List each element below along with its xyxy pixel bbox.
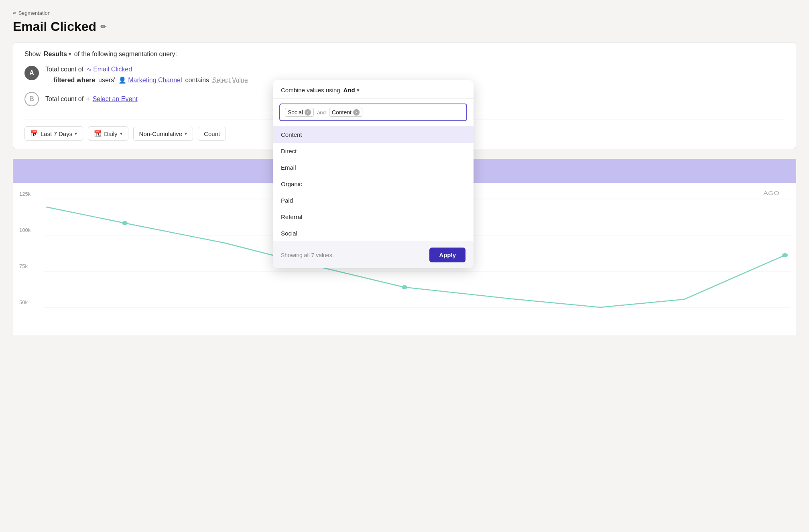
dropdown-overlay: Combine values using And ▾ Social × and …	[273, 80, 474, 268]
apply-button[interactable]: Apply	[429, 248, 465, 262]
add-event-text[interactable]: Select an Event	[93, 95, 138, 103]
date-range-chevron: ▾	[75, 131, 77, 136]
segment-a-label: A	[24, 66, 39, 80]
dropdown-item-email[interactable]: Email	[273, 159, 474, 176]
page-title-row: Email Clicked ✏	[13, 19, 796, 34]
dropdown-item-social[interactable]: Social	[273, 225, 474, 242]
tag-content-text: Content	[332, 109, 352, 116]
breadcrumb: ≈ Segmentation	[13, 10, 796, 16]
combine-using-label: Combine values using	[281, 87, 340, 93]
dropdown-item-referral[interactable]: Referral	[273, 209, 474, 225]
interval-label: Daily	[104, 130, 117, 137]
date-range-button[interactable]: 📅 Last 7 Days ▾	[24, 126, 83, 141]
dropdown-header: Combine values using And ▾	[273, 80, 474, 99]
ago-label: AGO	[763, 190, 779, 196]
prop-name: Marketing Channel	[128, 77, 182, 84]
tag-content-remove[interactable]: ×	[353, 109, 360, 116]
event-name-a: Email Clicked	[93, 66, 132, 73]
results-dropdown[interactable]: Results ▾	[44, 51, 71, 58]
combine-value: And	[344, 87, 355, 93]
metric-label: Count	[204, 130, 220, 137]
tag-social-remove[interactable]: ×	[305, 109, 311, 116]
add-event[interactable]: Total count of + Select an Event	[45, 95, 138, 104]
dropdown-item-paid[interactable]: Paid	[273, 192, 474, 209]
metric-prefix-a: Total count of	[45, 66, 83, 73]
cumulative-chevron: ▾	[185, 131, 187, 136]
breadcrumb-label: Segmentation	[18, 10, 51, 16]
query-suffix: of the following segmentation query:	[74, 51, 177, 58]
showing-label: Showing all 7 values.	[281, 252, 334, 258]
y-label-125k: 125k	[19, 191, 30, 197]
segmentation-icon: ≈	[13, 10, 16, 16]
svg-point-6	[782, 253, 788, 257]
show-results-row: Show Results ▾ of the following segmenta…	[24, 51, 785, 58]
tag-separator: and	[317, 110, 326, 116]
prop-icon: 👤	[118, 76, 126, 84]
calendar-icon: 📅	[30, 130, 38, 137]
dropdown-list: Content Direct Email Organic Paid Referr…	[273, 126, 474, 242]
results-label: Results	[44, 51, 67, 58]
select-value[interactable]: Select Value	[212, 77, 248, 84]
edit-icon[interactable]: ✏	[100, 22, 106, 31]
segment-b-label: B	[24, 92, 39, 106]
tag-social: Social ×	[285, 108, 314, 117]
filter-op: contains	[185, 77, 209, 84]
cumulative-button[interactable]: Non-Cumulative ▾	[133, 127, 193, 141]
svg-point-5	[402, 285, 407, 289]
show-label: Show	[24, 51, 41, 58]
tag-content: Content ×	[329, 108, 362, 117]
metric-prefix-b: Total count of	[45, 95, 83, 103]
dropdown-item-direct[interactable]: Direct	[273, 143, 474, 159]
tag-social-text: Social	[288, 109, 303, 116]
metric-button[interactable]: Count	[198, 127, 226, 141]
filter-prop[interactable]: 👤 Marketing Channel	[118, 76, 182, 84]
event-link-a[interactable]: ∿ Email Clicked	[87, 66, 132, 73]
metric-line-a: Total count of ∿ Email Clicked	[45, 66, 785, 73]
dropdown-item-content[interactable]: Content	[273, 126, 474, 143]
combine-chevron: ▾	[357, 87, 359, 93]
page-title: Email Clicked	[13, 19, 96, 34]
y-label-100k: 100k	[19, 227, 30, 233]
svg-point-4	[122, 221, 128, 225]
add-plus-icon: +	[86, 95, 90, 104]
value-input-box[interactable]: Social × and Content ×	[279, 104, 467, 121]
y-label-50k: 50k	[19, 299, 28, 305]
interval-chevron: ▾	[120, 131, 122, 136]
y-label-75k: 75k	[19, 263, 28, 269]
dropdown-footer: Showing all 7 values. Apply	[273, 242, 474, 268]
filter-users: users'	[98, 77, 115, 84]
cumulative-label: Non-Cumulative	[139, 130, 183, 137]
date-range-label: Last 7 Days	[41, 130, 72, 137]
interval-icon: 📆	[94, 130, 102, 137]
filter-keyword: filtered where	[53, 77, 95, 84]
page-container: ≈ Segmentation Email Clicked ✏ Show Resu…	[0, 0, 809, 345]
interval-button[interactable]: 📆 Daily ▾	[88, 126, 128, 141]
event-icon-a: ∿	[87, 66, 91, 73]
value-input-container: Social × and Content ×	[273, 99, 474, 126]
dropdown-item-organic[interactable]: Organic	[273, 176, 474, 192]
chevron-down-icon: ▾	[69, 51, 71, 57]
combine-value-dropdown[interactable]: And ▾	[344, 87, 359, 93]
